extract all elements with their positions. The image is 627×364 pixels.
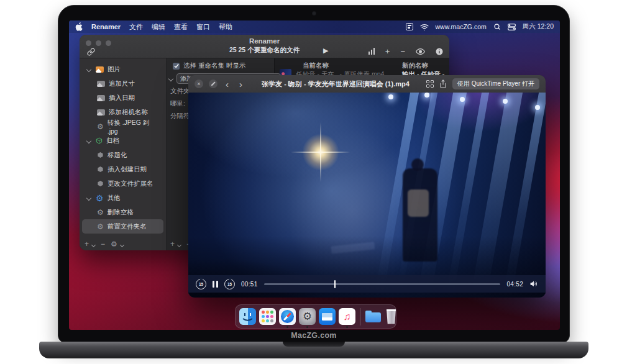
sidebar-group-archive[interactable]: 归档 xyxy=(82,134,163,148)
previous-item-button[interactable]: ‹ xyxy=(223,80,231,89)
info-icon[interactable] xyxy=(436,48,443,55)
chevron-down-icon[interactable] xyxy=(177,243,181,247)
disclosure-chevron-icon[interactable] xyxy=(86,195,91,200)
lid-notch xyxy=(283,342,345,347)
disclosure-chevron-icon[interactable] xyxy=(86,66,91,71)
remove-icon[interactable]: − xyxy=(400,47,405,55)
gear-icon: ⚙ xyxy=(97,123,104,130)
running-indicator xyxy=(286,326,288,328)
close-button[interactable]: × xyxy=(195,80,203,88)
apple-menu-icon[interactable] xyxy=(75,22,83,31)
mail-icon[interactable] xyxy=(319,308,336,325)
disclosure-chevron-icon[interactable] xyxy=(86,138,91,143)
share-icon[interactable] xyxy=(439,80,447,88)
menu-help[interactable]: 帮助 xyxy=(219,22,232,32)
dock: ⚙ ♫ xyxy=(235,304,396,329)
music-icon[interactable]: ♫ xyxy=(339,308,355,325)
playhead[interactable] xyxy=(334,280,336,288)
disclosure-chevron-icon[interactable] xyxy=(168,76,173,81)
sidebar-item-change-extension[interactable]: 更改文件扩展名 xyxy=(82,176,163,191)
show-checkbox-label[interactable]: 选择 重命名集 时显示 xyxy=(183,61,245,70)
total-duration: 04:52 xyxy=(506,281,523,288)
launchpad-icon[interactable] xyxy=(259,308,276,325)
index-sheet-icon[interactable] xyxy=(426,80,434,88)
menu-bar: Renamer 文件 编辑 查看 窗口 帮助 www.macZG.com xyxy=(69,20,560,33)
quicklook-titlebar[interactable]: × ‹ › 张学友 - 吻别 - 学友光年世界巡回演唱会 (1).mp4 使用 … xyxy=(188,75,546,93)
show-checkbox[interactable] xyxy=(173,63,180,70)
open-with-quicktime-button[interactable]: 使用 QuickTime Player 打开 xyxy=(452,78,539,89)
active-app-name[interactable]: Renamer xyxy=(91,23,121,30)
pause-button[interactable] xyxy=(213,281,218,288)
sidebar-item-convert-jpeg[interactable]: ⚙ 转换 .JPEG 到 .jpg xyxy=(82,119,163,134)
screen-bezel: Renamer 文件 编辑 查看 窗口 帮助 www.macZG.com xyxy=(58,5,570,343)
running-indicator xyxy=(306,326,308,328)
menu-edit[interactable]: 编辑 xyxy=(152,22,165,32)
video-frame[interactable]: 15 15 00:51 04:52 xyxy=(188,93,546,298)
sidebar-group-images[interactable]: 图片 xyxy=(82,62,163,76)
window-title: Renamer xyxy=(80,35,449,45)
chevron-down-icon[interactable] xyxy=(120,243,124,247)
stats-icon[interactable] xyxy=(368,48,375,55)
input-source-icon[interactable] xyxy=(406,23,413,30)
quicklook-window: × ‹ › 张学友 - 吻别 - 学友光年世界巡回演唱会 (1).mp4 使用 … xyxy=(188,75,546,298)
column-new-name[interactable]: 新的名称 xyxy=(402,61,428,70)
sidebar-item-remove-spaces[interactable]: ⚙ 删除空格 xyxy=(82,205,163,219)
action-settings-button[interactable]: ⚙ xyxy=(111,240,117,248)
fullscreen-button[interactable] xyxy=(209,80,217,88)
run-rename-button[interactable]: ▶ xyxy=(323,47,328,55)
add-action-button[interactable]: + xyxy=(85,240,89,248)
skip-back-15-button[interactable]: 15 xyxy=(196,279,206,289)
playback-controls: 15 15 00:51 04:52 xyxy=(188,275,546,293)
sidebar-item-titlecase[interactable]: 标题化 xyxy=(82,148,163,162)
status-url[interactable]: www.macZG.com xyxy=(436,23,487,30)
add-file-button[interactable]: + xyxy=(170,240,175,248)
seek-bar[interactable] xyxy=(264,283,501,285)
sidebar-item-insert-date[interactable]: 插入日期 xyxy=(82,91,163,105)
photo-icon xyxy=(97,109,105,116)
downloads-folder-icon[interactable] xyxy=(365,308,382,325)
menu-window[interactable]: 窗口 xyxy=(196,22,210,32)
laptop-base xyxy=(39,342,588,358)
dock-separator xyxy=(360,308,360,325)
sidebar-group-other[interactable]: ⚙ 其他 xyxy=(82,191,163,205)
gear-icon: ⚙ xyxy=(97,209,104,216)
sidebar-item-insert-creation-date[interactable]: 插入创建日期 xyxy=(82,162,163,176)
photo-icon xyxy=(97,81,105,87)
gear-icon: ⚙ xyxy=(97,223,104,230)
wifi-icon[interactable] xyxy=(420,24,429,30)
next-item-button[interactable]: › xyxy=(237,80,245,89)
cube-icon xyxy=(97,166,104,173)
sidebar-item-append-size[interactable]: 追加尺寸 xyxy=(82,76,163,91)
photo-icon xyxy=(96,66,104,73)
trash-icon[interactable] xyxy=(386,309,396,324)
running-indicator xyxy=(346,326,348,328)
bezel-brand-label: MacZG.com xyxy=(58,331,569,340)
menu-view[interactable]: 查看 xyxy=(174,22,188,32)
control-center-icon[interactable] xyxy=(508,24,516,30)
sidebar-item-add-camera-name[interactable]: 添加相机名称 xyxy=(82,105,163,119)
chevron-down-icon[interactable] xyxy=(91,243,96,247)
link-icon[interactable] xyxy=(87,48,95,56)
cube-icon xyxy=(97,152,104,158)
sidebar-item-prepend-folder-name[interactable]: ⚙ 前置文件夹名 xyxy=(82,219,163,234)
webcam xyxy=(313,12,316,15)
volume-icon[interactable] xyxy=(529,280,538,288)
menu-file[interactable]: 文件 xyxy=(129,22,143,32)
add-icon[interactable]: + xyxy=(385,47,390,55)
remove-action-button[interactable]: − xyxy=(101,240,105,248)
safari-icon[interactable] xyxy=(279,308,296,325)
system-preferences-icon[interactable]: ⚙ xyxy=(299,308,316,325)
traffic-light-buttons[interactable] xyxy=(86,40,111,46)
gear-icon: ⚙ xyxy=(96,194,104,202)
renamer-titlebar[interactable]: Renamer 25 25 个要重命名的文件 ▶ + − xyxy=(80,35,449,58)
skip-forward-15-button[interactable]: 15 xyxy=(224,279,235,289)
search-icon[interactable] xyxy=(493,23,501,30)
label-where: 哪里: xyxy=(170,99,185,108)
preview-eye-icon[interactable] xyxy=(416,48,425,55)
actions-sidebar: 图片 追加尺寸 插入日期 添加相机名称 xyxy=(80,58,167,250)
clock[interactable]: 周六 12:20 xyxy=(523,22,554,31)
finder-icon[interactable] xyxy=(239,308,256,325)
elapsed-time: 00:51 xyxy=(241,281,258,288)
video-filename-title: 张学友 - 吻别 - 学友光年世界巡回演唱会 (1).mp4 xyxy=(250,80,421,89)
column-current-name[interactable]: 当前名称 xyxy=(303,61,329,70)
